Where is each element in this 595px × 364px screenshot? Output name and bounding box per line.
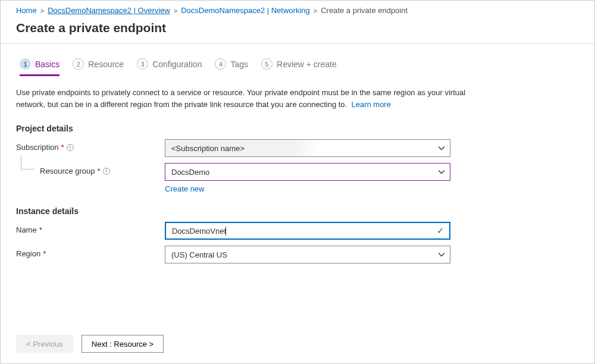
info-icon[interactable]: i xyxy=(67,144,74,151)
step-number: 4 xyxy=(215,58,226,70)
tab-label: Tags xyxy=(230,59,248,69)
page-title: Create a private endpoint xyxy=(1,18,594,44)
previous-button[interactable]: < Previous xyxy=(16,335,73,353)
field-subscription: Subscription * i <Subscription name> xyxy=(16,139,579,157)
label-resource-group: Resource group * i xyxy=(16,163,165,175)
select-value: <Subscription name> xyxy=(171,144,245,153)
tab-review[interactable]: 5 Review + create xyxy=(261,58,337,76)
chevron-right-icon: > xyxy=(174,7,177,14)
input-value: DocsDemoVnet xyxy=(172,227,226,236)
step-number: 3 xyxy=(137,58,148,70)
intro-body: Use private endpoints to privately conne… xyxy=(16,88,465,109)
label-region: Region * xyxy=(16,246,165,258)
breadcrumb-ns-overview[interactable]: DocsDemoNamespace2 | Overview xyxy=(48,6,170,15)
tab-tags[interactable]: 4 Tags xyxy=(215,58,248,76)
tab-configuration[interactable]: 3 Configuration xyxy=(137,58,202,76)
field-region: Region * (US) Central US xyxy=(16,246,579,263)
tab-resource[interactable]: 2 Resource xyxy=(73,58,124,76)
required-marker: * xyxy=(61,143,64,152)
section-project-details: Project details xyxy=(16,124,579,133)
tab-label: Review + create xyxy=(277,59,337,69)
create-new-link[interactable]: Create new xyxy=(165,184,204,193)
required-marker: * xyxy=(39,225,42,234)
label-text: Name xyxy=(16,225,37,234)
label-text: Region xyxy=(16,249,40,258)
wizard-footer: < Previous Next : Resource > xyxy=(1,328,594,363)
tab-label: Configuration xyxy=(152,59,202,69)
next-button[interactable]: Next : Resource > xyxy=(82,335,164,353)
label-name: Name * xyxy=(16,222,165,234)
breadcrumb-home[interactable]: Home xyxy=(16,6,37,15)
tab-label: Resource xyxy=(88,59,124,69)
tab-label: Basics xyxy=(35,59,60,69)
resource-group-select[interactable]: DocsDemo xyxy=(165,163,450,181)
label-subscription: Subscription * i xyxy=(16,139,165,152)
breadcrumb-ns-networking[interactable]: DocsDemoNamespace2 | Networking xyxy=(181,6,310,15)
intro-text: Use private endpoints to privately conne… xyxy=(16,87,468,111)
breadcrumb: Home > DocsDemoNamespace2 | Overview > D… xyxy=(1,1,594,18)
required-marker: * xyxy=(98,167,101,175)
step-number: 2 xyxy=(73,58,84,70)
label-text: Subscription xyxy=(16,143,59,152)
field-name: Name * DocsDemoVnet ✓ xyxy=(16,222,579,240)
select-value: (US) Central US xyxy=(171,250,227,259)
chevron-right-icon: > xyxy=(314,7,317,14)
step-number: 5 xyxy=(261,58,273,70)
label-text: Resource group xyxy=(40,167,95,175)
text-caret xyxy=(226,227,226,236)
breadcrumb-current: Create a private endpoint xyxy=(321,6,408,15)
info-icon[interactable]: i xyxy=(103,168,110,175)
region-select[interactable]: (US) Central US xyxy=(165,246,450,263)
tab-basics[interactable]: 1 Basics xyxy=(20,58,60,76)
wizard-tabs: 1 Basics 2 Resource 3 Configuration 4 Ta… xyxy=(16,44,579,76)
required-marker: * xyxy=(43,249,46,258)
learn-more-link[interactable]: Learn more xyxy=(351,100,390,109)
section-instance-details: Instance details xyxy=(16,206,579,216)
select-value: DocsDemo xyxy=(171,168,209,177)
chevron-right-icon: > xyxy=(40,7,44,14)
subscription-select[interactable]: <Subscription name> xyxy=(165,139,450,157)
step-number: 1 xyxy=(20,58,31,70)
field-resource-group: Resource group * i DocsDemo Create new xyxy=(16,163,579,193)
name-input[interactable]: DocsDemoVnet xyxy=(165,222,450,240)
